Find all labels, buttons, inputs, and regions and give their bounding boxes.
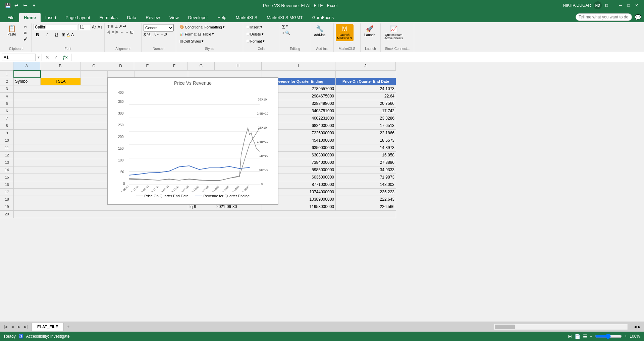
row-num-11[interactable]: 11 bbox=[0, 144, 14, 151]
cell-j19[interactable]: 226.566 bbox=[336, 203, 396, 210]
tab-marketxls-mgmt[interactable]: MarketXLS MGMT bbox=[262, 13, 308, 22]
row-num-3[interactable]: 3 bbox=[0, 85, 14, 92]
format-as-table-button[interactable]: 📊 Format as Table ▾ bbox=[178, 31, 215, 37]
row-num-5[interactable]: 5 bbox=[0, 100, 14, 107]
cell-reference-box[interactable] bbox=[2, 54, 36, 61]
insert-dropdown-icon[interactable]: ▾ bbox=[260, 25, 262, 29]
bold-button[interactable]: B bbox=[34, 31, 42, 38]
cell-b2[interactable]: TSLA bbox=[41, 78, 81, 85]
scrollbar-thumb[interactable] bbox=[495, 325, 515, 329]
row-num-15[interactable]: 15 bbox=[0, 174, 14, 181]
fill-color-button[interactable]: A bbox=[67, 32, 70, 37]
cell-j11[interactable]: 14.8973 bbox=[336, 144, 396, 151]
currency-icon[interactable]: $ bbox=[144, 32, 146, 37]
tab-review[interactable]: Review bbox=[141, 13, 165, 22]
cell-j10[interactable]: 18.6573 bbox=[336, 137, 396, 144]
paste-button[interactable]: 📋 Paste bbox=[3, 24, 20, 37]
wrap-text-icon[interactable]: ↵ bbox=[123, 24, 126, 29]
tab-insert[interactable]: Insert bbox=[41, 13, 61, 22]
normal-view-icon[interactable]: ⊞ bbox=[568, 334, 572, 339]
tab-formulas[interactable]: Formulas bbox=[95, 13, 122, 22]
page-break-view-icon[interactable]: ☰ bbox=[583, 334, 587, 339]
prev-sheet-button[interactable]: ◀ bbox=[9, 324, 15, 330]
tab-home[interactable]: Home bbox=[19, 13, 41, 22]
conditional-formatting-button[interactable]: 🎨 Conditional Formatting ▾ bbox=[178, 24, 226, 30]
col-header-f[interactable]: F bbox=[161, 62, 188, 70]
font-name-input[interactable] bbox=[34, 24, 77, 30]
align-center-icon[interactable]: ≡ bbox=[112, 30, 114, 35]
zoom-slider[interactable] bbox=[595, 334, 622, 339]
row-num-16[interactable]: 16 bbox=[0, 181, 14, 188]
cell-styles-button[interactable]: ▤ Cell Styles ▾ bbox=[178, 38, 205, 44]
save-icon[interactable]: 💾 bbox=[4, 2, 11, 9]
sum-dropdown-icon[interactable]: ▾ bbox=[286, 24, 288, 29]
row-num-7[interactable]: 7 bbox=[0, 115, 14, 122]
font-shrink-icon[interactable]: A↓ bbox=[98, 25, 102, 29]
customize-icon[interactable]: ▾ bbox=[30, 2, 38, 9]
align-left-icon[interactable]: ⫷ bbox=[107, 30, 111, 35]
font-grow-icon[interactable]: A↑ bbox=[92, 25, 97, 29]
last-sheet-button[interactable]: ▶| bbox=[23, 324, 29, 330]
row-num-1[interactable]: 1 bbox=[0, 70, 14, 78]
cell-j15[interactable]: 71.9873 bbox=[336, 174, 396, 181]
next-sheet-button[interactable]: ▶ bbox=[16, 324, 22, 330]
cell-styles-dropdown-icon[interactable]: ▾ bbox=[202, 39, 204, 43]
row-num-2[interactable]: 2 bbox=[0, 78, 14, 85]
decrease-decimal-icon[interactable]: .0← bbox=[154, 32, 160, 37]
cell-a2[interactable]: Symbol bbox=[14, 78, 41, 85]
zoom-out-icon[interactable]: − bbox=[590, 334, 592, 339]
undo-icon[interactable]: ↩ bbox=[13, 2, 20, 9]
add-ins-button[interactable]: 🔧 Add-ins bbox=[312, 24, 327, 38]
redo-icon[interactable]: ↪ bbox=[21, 2, 29, 9]
cell-a1[interactable] bbox=[14, 70, 41, 78]
cancel-formula-icon[interactable]: ✕ bbox=[45, 55, 49, 60]
align-top-icon[interactable]: ⊤ bbox=[107, 24, 110, 29]
cell-j12[interactable]: 16.058 bbox=[336, 151, 396, 159]
row-num-14[interactable]: 14 bbox=[0, 166, 14, 174]
underline-button[interactable]: U bbox=[52, 31, 60, 38]
decrease-indent-icon[interactable]: ← bbox=[120, 30, 124, 35]
cell-e1[interactable] bbox=[135, 70, 161, 78]
cell-j7[interactable]: 23.3286 bbox=[336, 115, 396, 122]
screen-icon[interactable]: 🖥 bbox=[604, 3, 609, 8]
cell-j4[interactable]: 22.64 bbox=[336, 92, 396, 100]
cell-j18[interactable]: 222.643 bbox=[336, 196, 396, 203]
col-header-a[interactable]: A bbox=[13, 62, 40, 70]
delete-button[interactable]: ⊟ Delete ▾ bbox=[245, 31, 265, 37]
close-button[interactable]: ✕ bbox=[633, 2, 640, 9]
row-num-8[interactable]: 8 bbox=[0, 122, 14, 129]
merge-icon[interactable]: ⊡ bbox=[130, 30, 133, 35]
cell-b1[interactable] bbox=[41, 70, 81, 78]
tab-page-layout[interactable]: Page Layout bbox=[61, 13, 95, 22]
col-header-b[interactable]: B bbox=[40, 62, 80, 70]
col-header-c[interactable]: C bbox=[80, 62, 107, 70]
cell-j14[interactable]: 34.9333 bbox=[336, 166, 396, 174]
sum-icon[interactable]: Σ bbox=[282, 24, 285, 29]
sheet-tab-flat-file[interactable]: FLAT_FILE bbox=[32, 323, 64, 331]
tab-file[interactable]: File bbox=[3, 13, 19, 22]
format-as-table-dropdown-icon[interactable]: ▾ bbox=[212, 32, 214, 36]
cell-j17[interactable]: 235.223 bbox=[336, 188, 396, 196]
tab-view[interactable]: View bbox=[165, 13, 183, 22]
cell-c2[interactable] bbox=[81, 78, 108, 85]
align-right-icon[interactable]: ⫸ bbox=[115, 30, 119, 35]
cell-c1[interactable] bbox=[81, 70, 108, 78]
marketxls-button[interactable]: M Launch MarketXLS bbox=[336, 24, 354, 41]
cut-button[interactable]: ✂ bbox=[21, 24, 29, 30]
row-num-9[interactable]: 9 bbox=[0, 129, 14, 137]
cell-g1[interactable] bbox=[188, 70, 215, 78]
border-button[interactable]: ⊞ bbox=[62, 32, 65, 37]
copy-button[interactable]: ⧉ bbox=[21, 30, 29, 36]
font-color-button[interactable]: A bbox=[71, 32, 74, 37]
page-layout-view-icon[interactable]: 📄 bbox=[575, 334, 580, 339]
italic-button[interactable]: I bbox=[43, 31, 51, 38]
col-header-i[interactable]: I bbox=[262, 62, 335, 70]
tab-marketxls[interactable]: MarketXLS bbox=[231, 13, 262, 22]
grid[interactable]: 1 2 Symbol TSLA bbox=[0, 70, 644, 322]
maximize-button[interactable]: □ bbox=[625, 2, 632, 9]
delete-dropdown-icon[interactable]: ▾ bbox=[262, 32, 264, 36]
search-input[interactable] bbox=[576, 13, 632, 21]
row-num-20[interactable]: 20 bbox=[0, 210, 14, 218]
row-num-19[interactable]: 19 bbox=[0, 203, 14, 210]
cell-j9[interactable]: 22.1866 bbox=[336, 129, 396, 137]
